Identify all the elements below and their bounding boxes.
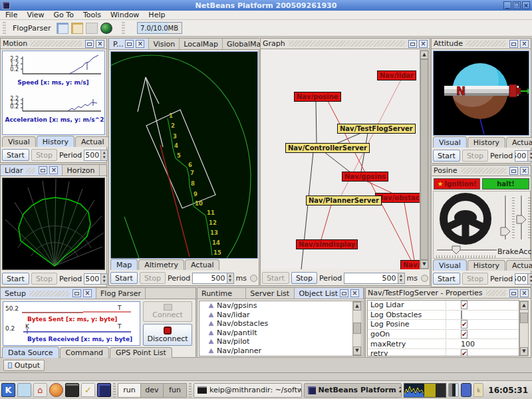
period-spinner[interactable]: 500 ▲▼ — [515, 150, 532, 162]
globe-icon[interactable] — [100, 23, 112, 34]
spin-down-icon[interactable]: ▼ — [528, 156, 532, 161]
minimize-button[interactable]: _ — [503, 1, 511, 9]
maximize-button[interactable]: ❐ — [513, 1, 521, 9]
property-row[interactable]: Log Obstacles — [368, 311, 519, 321]
grid-app-icon[interactable] — [97, 383, 111, 397]
property-row[interactable]: goOn — [368, 330, 519, 340]
memory-indicator[interactable]: 7.0/10.0MB — [137, 22, 182, 34]
scroll-down-icon[interactable]: ▼ — [420, 260, 428, 269]
close-panel-icon[interactable]: × — [520, 289, 529, 297]
menu-file[interactable]: File — [5, 11, 17, 19]
halt-button[interactable]: halt! — [482, 178, 529, 190]
tab-server-list[interactable]: Server List — [246, 288, 295, 299]
stop-button[interactable]: Stop — [462, 273, 488, 285]
map-canvas[interactable]: 1 2 3 4 5 6 7 8 9 10 11 12 13 14 — [110, 51, 258, 259]
period-spinner[interactable]: 500 ▲▼ — [515, 273, 532, 285]
tab-object-list[interactable]: Object List × — [295, 288, 364, 299]
workspace-dev[interactable]: dev — [141, 384, 164, 397]
taskbar-window-terminal[interactable]: keip@mithrandir: ~/software/s — [194, 383, 302, 398]
list-item[interactable]: ▲Nav/gpsins — [200, 301, 362, 311]
titlebar[interactable]: NetBeans Platform 200509261930 _ ❐ × — [0, 0, 532, 11]
stop-button[interactable]: Stop — [462, 150, 488, 162]
checkbox[interactable] — [461, 330, 467, 338]
checkbox[interactable] — [461, 301, 467, 309]
period-value[interactable]: 500 — [84, 274, 100, 284]
checkbox[interactable] — [461, 320, 467, 329]
stop-button[interactable]: Stop — [31, 149, 57, 161]
graph-vscrollbar[interactable]: ▲ ▼ — [420, 50, 429, 269]
home-icon[interactable]: ⌂ — [33, 383, 47, 397]
graph-header[interactable]: Graph × — [261, 39, 430, 49]
tab-actual[interactable]: Actual — [75, 136, 110, 147]
close-panel-icon[interactable]: × — [520, 167, 529, 175]
taskbar-window-netbeans[interactable]: NetBeans Platform 20050 — [304, 383, 402, 398]
minimize-panel-icon[interactable] — [509, 289, 518, 297]
graph-node[interactable]: Nav/lidar — [377, 70, 416, 80]
scroll-down-icon[interactable]: ▼ — [520, 347, 528, 356]
start-button[interactable]: Start — [2, 273, 29, 285]
workspace-run[interactable]: run — [118, 384, 141, 397]
spin-up-icon[interactable]: ▲ — [398, 273, 404, 279]
menu-window[interactable]: Window — [110, 11, 139, 19]
graph-node[interactable]: Nav/PlannerServer — [306, 196, 382, 205]
tab-actual[interactable]: Actual — [506, 137, 532, 148]
property-row[interactable]: maxRetry 100 — [368, 339, 519, 349]
spin-down-icon[interactable]: ▼ — [227, 278, 233, 283]
property-row[interactable]: retry — [368, 349, 519, 356]
menu-goto[interactable]: Go To — [54, 11, 74, 19]
scroll-up-icon[interactable]: ▲ — [420, 51, 428, 59]
accel-slider[interactable] — [516, 194, 527, 242]
tab-command[interactable]: Command — [60, 347, 110, 358]
tab-vision[interactable]: Vision — [149, 39, 180, 49]
toolbar-grip2[interactable] — [122, 22, 125, 34]
klipper-icon[interactable]: k — [473, 383, 483, 397]
period-spinner[interactable]: 500 ▲▼ — [192, 273, 233, 284]
graph-node[interactable]: Nav/Cont — [400, 260, 421, 269]
graph-node[interactable]: Nav/gpsins — [342, 172, 388, 182]
tab-p[interactable]: P... × — [109, 39, 149, 49]
graph-node[interactable]: Nav/posine — [294, 92, 341, 102]
stop-button[interactable]: Stop — [291, 272, 317, 284]
steering-wheel[interactable] — [436, 193, 495, 245]
motion-header[interactable]: Motion × — [1, 39, 106, 49]
kde-menu-icon[interactable]: K — [1, 383, 15, 397]
system-monitor-applet[interactable] — [404, 383, 446, 398]
properties-vscrollbar[interactable]: ▲ ▼ — [519, 301, 529, 356]
menu-tools[interactable]: Tools — [83, 11, 101, 19]
graph-node[interactable]: Nav/ControllerServer — [285, 143, 370, 153]
tab-visual[interactable]: Visual — [433, 136, 467, 148]
tab-visual[interactable]: Visual — [433, 259, 467, 271]
scroll-up-icon[interactable]: ▲ — [520, 301, 528, 310]
output-button[interactable]: Output — [3, 360, 45, 371]
tab-localmap[interactable]: LocalMap — [180, 39, 223, 49]
tab-history[interactable]: History — [37, 136, 74, 147]
menu-help[interactable]: Help — [148, 11, 165, 19]
period-spinner[interactable]: 500 ▲▼ — [84, 150, 108, 161]
checkbox[interactable] — [461, 311, 462, 319]
attitude-header[interactable]: Attitude × — [432, 39, 531, 49]
list-item[interactable]: ▲Nav/obstacles — [200, 319, 362, 329]
runtime-vscrollbar[interactable]: ▲ ▼ — [352, 301, 362, 356]
graph-node[interactable]: Nav/TestFlogServer — [337, 124, 416, 134]
tab-flog-parser[interactable]: Flog Parser — [96, 288, 146, 299]
period-value[interactable]: 500 — [344, 273, 397, 283]
object-list[interactable]: ▲Nav/gpsins ▲Nav/lidar ▲Nav/obstacles ▲N… — [199, 301, 363, 356]
graph-node[interactable]: Nav/simdisplay — [296, 239, 358, 249]
close-panel-icon[interactable]: × — [419, 40, 428, 48]
minimize-panel-icon[interactable] — [72, 289, 81, 297]
lidar-canvas[interactable] — [2, 178, 105, 270]
start-button[interactable]: Start — [110, 272, 138, 284]
stop-button[interactable]: Stop — [31, 273, 57, 285]
close-panel-icon[interactable]: × — [350, 289, 359, 297]
scroll-down-icon[interactable]: ▼ — [353, 346, 361, 355]
minimize-panel-icon[interactable] — [39, 166, 47, 174]
disconnect-button[interactable]: Disconnect — [143, 324, 192, 346]
list-item[interactable]: ▲Nav/lidar — [200, 311, 362, 320]
graph-node[interactable]: Nav/obstacles — [375, 193, 421, 203]
period-value[interactable]: 500 — [515, 151, 527, 161]
tab-actual[interactable]: Actual — [185, 259, 219, 270]
properties-table[interactable]: Log Lidar Log Obstacles Log Posine goOn … — [367, 300, 519, 356]
spin-up-icon[interactable]: ▲ — [101, 274, 107, 279]
terminal-monitor-icon[interactable] — [65, 383, 79, 397]
period-spinner[interactable]: 500 ▲▼ — [344, 273, 404, 284]
